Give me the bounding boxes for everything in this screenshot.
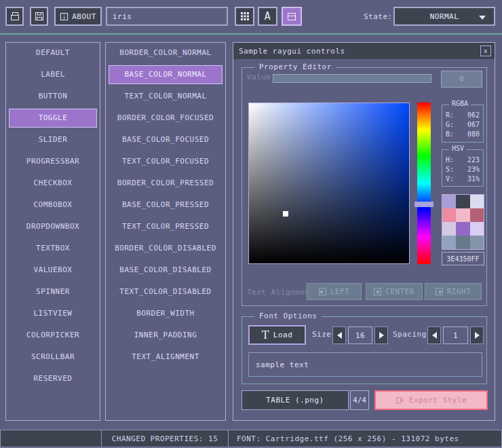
- list-item[interactable]: TEXT_COLOR_FOCUSED: [109, 152, 223, 171]
- hue-slider-handle[interactable]: [414, 202, 433, 207]
- list-item[interactable]: TEXT_COLOR_PRESSED: [109, 217, 223, 236]
- list-item[interactable]: BORDER_COLOR_NORMAL: [109, 43, 223, 62]
- state-dropdown[interactable]: NORMAL: [393, 7, 495, 26]
- align-right-button[interactable]: RIGHT: [425, 283, 482, 300]
- list-item[interactable]: TOGGLE: [9, 109, 97, 128]
- export-style-button[interactable]: Export Style: [374, 390, 488, 410]
- statusbar-font-info: FONT: Cartridge.ttf (256 x 256) - 131072…: [228, 430, 502, 447]
- rgba-title: RGBA: [449, 100, 471, 107]
- palette-swatch[interactable]: [470, 195, 484, 208]
- palette-swatch[interactable]: [442, 222, 456, 236]
- window-titlebar[interactable]: Sample raygui controls: [233, 43, 495, 59]
- properties-listbox[interactable]: BORDER_COLOR_NORMALBASE_COLOR_NORMALTEXT…: [105, 42, 226, 421]
- list-item[interactable]: BORDER_WIDTH: [109, 304, 223, 323]
- list-item[interactable]: DEFAULT: [9, 43, 97, 62]
- align-left-button[interactable]: LEFT: [307, 283, 362, 300]
- list-item[interactable]: BORDER_COLOR_FOCUSED: [109, 109, 223, 128]
- hue-slider[interactable]: [417, 102, 431, 264]
- hsv-title: HSV: [449, 145, 467, 152]
- palette-swatch[interactable]: [456, 195, 469, 208]
- list-item[interactable]: BASE_COLOR_FOCUSED: [109, 130, 223, 149]
- close-icon: x: [484, 48, 488, 54]
- list-item[interactable]: PROGRESSBAR: [9, 152, 97, 171]
- about-button[interactable]: ABOUT: [54, 7, 102, 26]
- list-item[interactable]: BUTTON: [9, 87, 97, 106]
- list-item[interactable]: BORDER_COLOR_PRESSED: [109, 174, 223, 193]
- value-box[interactable]: 0: [441, 71, 482, 88]
- info-icon: [60, 12, 69, 21]
- list-item[interactable]: SLIDER: [9, 130, 97, 149]
- list-item[interactable]: VALUEBOX: [9, 261, 97, 280]
- state-value: NORMAL: [430, 12, 459, 21]
- list-item[interactable]: CHECKBOX: [9, 174, 97, 193]
- palette-swatch[interactable]: [442, 236, 456, 249]
- arrow-left-icon: [432, 332, 437, 339]
- color-cursor[interactable]: [283, 211, 288, 217]
- save-style-button[interactable]: [30, 7, 48, 26]
- arrow-left-icon: [337, 332, 342, 339]
- list-item[interactable]: INNER_PADDING: [109, 326, 223, 345]
- controls-listbox[interactable]: DEFAULTLABELBUTTONTOGGLESLIDERPROGRESSBA…: [5, 42, 100, 421]
- sample-text-input[interactable]: sample text: [248, 352, 482, 377]
- size-decrease-button[interactable]: [332, 326, 346, 344]
- color-picker-panel[interactable]: [248, 102, 410, 264]
- arrow-right-icon: [379, 332, 384, 339]
- list-item[interactable]: TEXT_COLOR_DISABLED: [109, 282, 223, 301]
- property-editor-label: Property Editor: [254, 62, 336, 71]
- load-label: Load: [273, 331, 293, 339]
- list-item[interactable]: TEXT_COLOR_NORMAL: [109, 87, 223, 106]
- list-item[interactable]: SCROLLBAR: [9, 348, 97, 367]
- list-item[interactable]: BASE_COLOR_NORMAL: [109, 65, 223, 84]
- size-value-box[interactable]: 16: [348, 326, 372, 344]
- palette-swatch[interactable]: [470, 208, 484, 222]
- spacing-decrease-button[interactable]: [427, 326, 441, 344]
- list-item[interactable]: TEXTBOX: [9, 239, 97, 258]
- spacing-label: Spacing:: [393, 330, 431, 339]
- load-font-button[interactable]: T Load: [248, 325, 306, 345]
- floppy-save-icon: [34, 11, 45, 22]
- palette-swatch[interactable]: [442, 195, 456, 208]
- rgba-group: RGBA R:062 G:067 B:080: [442, 105, 484, 143]
- open-style-button[interactable]: [5, 7, 24, 26]
- text-alignment-label: Text Alignmen: [247, 288, 307, 297]
- list-item[interactable]: BASE_COLOR_DISABLED: [109, 261, 223, 280]
- palette-swatch[interactable]: [456, 208, 469, 222]
- align-center-button[interactable]: CENTER: [366, 283, 423, 300]
- export-format-button[interactable]: TABLE (.png): [242, 390, 349, 410]
- palette-swatch[interactable]: [456, 222, 469, 236]
- rgba-b-row: B:080: [442, 130, 483, 139]
- list-item[interactable]: RESERVED: [9, 369, 97, 388]
- palette-swatch[interactable]: [470, 222, 484, 236]
- pages-indicator[interactable]: 4/4: [350, 390, 369, 410]
- size-increase-button[interactable]: [374, 326, 388, 344]
- palette-swatch[interactable]: [470, 236, 484, 249]
- window-view-button[interactable]: [282, 7, 302, 26]
- style-name-input[interactable]: [106, 7, 228, 26]
- close-button[interactable]: x: [480, 45, 491, 56]
- hsv-v-row: V:31%: [442, 174, 483, 184]
- spacing-increase-button[interactable]: [470, 326, 484, 344]
- color-palette: [442, 194, 484, 250]
- grid-view-button[interactable]: [235, 7, 254, 26]
- chevron-down-icon: [479, 16, 486, 20]
- palette-swatch[interactable]: [442, 208, 456, 222]
- list-item[interactable]: TEXT_ALIGNMENT: [109, 348, 223, 367]
- list-item[interactable]: DROPDOWNBOX: [9, 217, 97, 236]
- list-item[interactable]: BASE_COLOR_PRESSED: [109, 195, 223, 214]
- hex-value-box[interactable]: 3E4350FF: [442, 252, 484, 265]
- folder-open-icon: [9, 11, 20, 22]
- font-options-label: Font Options: [254, 312, 322, 320]
- palette-swatch[interactable]: [456, 236, 469, 249]
- list-item[interactable]: COLORPICKER: [9, 326, 97, 345]
- rgba-r-row: R:062: [442, 111, 483, 120]
- list-item[interactable]: LISTVIEW: [9, 304, 97, 323]
- list-item[interactable]: LABEL: [9, 65, 97, 84]
- list-item[interactable]: COMBOBOX: [9, 195, 97, 214]
- value-slider[interactable]: [273, 74, 431, 83]
- list-item[interactable]: BORDER_COLOR_DISABLED: [109, 239, 223, 258]
- spacing-value-box[interactable]: 1: [443, 326, 468, 344]
- window-title: Sample raygui controls: [239, 47, 345, 56]
- font-view-button[interactable]: A: [258, 7, 277, 26]
- list-item[interactable]: SPINNER: [9, 282, 97, 301]
- toolbar-separator: [0, 33, 502, 35]
